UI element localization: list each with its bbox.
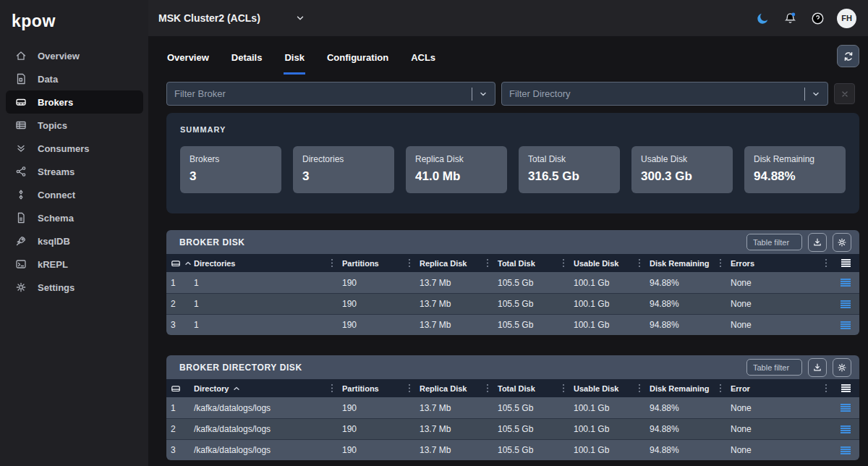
column-header-directories[interactable]: Directories (194, 254, 342, 272)
cell-replica-disk: 13.7 Mb (420, 278, 498, 288)
stat-value: 41.0 Mb (415, 169, 498, 184)
help-icon[interactable] (809, 10, 825, 26)
column-menu-icon[interactable] (639, 384, 640, 386)
column-menu-icon[interactable] (487, 259, 488, 260)
column-header-partitions[interactable]: Partitions (342, 379, 420, 397)
row-menu-icon[interactable] (841, 279, 851, 287)
avatar[interactable]: FH (837, 9, 856, 28)
column-menu-icon[interactable] (825, 259, 827, 260)
column-header-broker[interactable] (166, 379, 194, 397)
sidebar-item-streams[interactable]: Streams (6, 160, 143, 183)
directory-filter-select[interactable] (501, 82, 828, 106)
sidebar-item-ksqldb[interactable]: ksqlDB (6, 229, 143, 253)
cell-total-disk: 105.5 Gb (498, 278, 574, 288)
table-settings-button[interactable] (833, 358, 851, 377)
row-menu-icon[interactable] (841, 404, 851, 412)
directory-filter-input[interactable] (502, 88, 804, 99)
broker-directory-disk-table: BROKER DIRECTORY DISK Directory (166, 355, 859, 460)
stat-value: 3 (302, 169, 385, 184)
tab-overview[interactable]: Overview (166, 38, 210, 75)
cell-directory: /kafka/datalogs/logs (194, 403, 342, 413)
tab-details[interactable]: Details (231, 38, 263, 75)
column-header-directory[interactable]: Directory (194, 379, 342, 397)
column-menu-icon[interactable] (409, 384, 410, 386)
column-menu-icon[interactable] (487, 384, 488, 386)
column-header-errors[interactable]: Errors (731, 254, 823, 272)
cell-total-disk: 105.5 Gb (498, 299, 574, 309)
cell-errors: None (731, 320, 823, 330)
column-header-usable-disk[interactable]: Usable Disk (574, 379, 650, 397)
table-settings-button[interactable] (833, 233, 851, 252)
chevron-down-icon[interactable] (478, 89, 488, 99)
row-menu-icon[interactable] (841, 300, 851, 308)
column-header-disk-remaining[interactable]: Disk Remaining (650, 254, 731, 272)
sidebar-item-settings[interactable]: Settings (6, 276, 143, 299)
sidebar-item-brokers[interactable]: Brokers (6, 90, 143, 114)
column-menu-icon[interactable] (639, 259, 640, 260)
column-label: Replica Disk (420, 384, 467, 393)
column-header-replica-disk[interactable]: Replica Disk (420, 254, 498, 272)
column-menu-icon[interactable] (563, 384, 564, 386)
kpow-logo[interactable]: kpow (0, 0, 148, 44)
tab-disk[interactable]: Disk (284, 38, 305, 75)
column-menu-icon[interactable] (720, 384, 721, 386)
column-header-replica-disk[interactable]: Replica Disk (420, 379, 498, 397)
sidebar-nav: Overview Data Brokers Topics Consumers S… (0, 44, 148, 299)
row-menu-icon[interactable] (841, 321, 851, 329)
column-header-broker[interactable] (166, 254, 194, 272)
sidebar-item-krepl[interactable]: kREPL (6, 253, 143, 276)
row-menu-icon[interactable] (841, 425, 851, 433)
column-menu-icon[interactable] (331, 259, 333, 260)
sidebar-item-label: Connect (38, 190, 75, 200)
x-icon (840, 89, 850, 99)
column-menu-icon[interactable] (825, 384, 827, 386)
column-menu-icon[interactable] (720, 259, 721, 260)
gear-icon (15, 281, 27, 293)
table-menu-icon[interactable] (841, 259, 851, 267)
sidebar-item-topics[interactable]: Topics (6, 114, 143, 137)
column-header-usable-disk[interactable]: Usable Disk (574, 254, 650, 272)
column-header-partitions[interactable]: Partitions (342, 254, 420, 272)
cell-directory: /kafka/datalogs/logs (194, 424, 342, 434)
broker-disk-table: BROKER DISK Directories Partitions Repli… (166, 230, 859, 335)
column-header-menu[interactable] (823, 254, 859, 272)
column-label: Usable Disk (574, 384, 618, 393)
tab-acls[interactable]: ACLs (410, 38, 436, 75)
download-button[interactable] (808, 358, 827, 377)
column-header-error[interactable]: Error (731, 379, 823, 397)
broker-filter-input[interactable] (167, 88, 472, 99)
column-label: Total Disk (498, 259, 535, 268)
row-menu-icon[interactable] (841, 446, 851, 454)
bell-icon[interactable] (782, 10, 798, 26)
sidebar-item-schema[interactable]: Schema (6, 206, 143, 229)
broker-filter-select[interactable] (166, 82, 495, 106)
sidebar-item-overview[interactable]: Overview (6, 44, 143, 67)
column-header-total-disk[interactable]: Total Disk (498, 254, 574, 272)
stat-label: Usable Disk (641, 154, 723, 164)
column-menu-icon[interactable] (563, 259, 564, 260)
cluster-selector[interactable]: MSK Cluster2 (ACLs) (148, 12, 315, 24)
cell-disk-remaining: 94.88% (650, 445, 731, 455)
sidebar-item-data[interactable]: Data (6, 67, 143, 90)
sidebar-item-consumers[interactable]: Consumers (6, 137, 143, 160)
refresh-button[interactable] (837, 45, 859, 67)
table-toolbar (746, 233, 851, 252)
column-header-total-disk[interactable]: Total Disk (498, 379, 574, 397)
column-menu-icon[interactable] (331, 384, 333, 386)
column-header-disk-remaining[interactable]: Disk Remaining (650, 379, 731, 397)
table-menu-icon[interactable] (841, 384, 851, 392)
column-menu-icon[interactable] (409, 259, 410, 260)
column-label: Partitions (342, 259, 379, 268)
moon-icon[interactable] (754, 10, 770, 26)
tab-configuration[interactable]: Configuration (326, 38, 389, 75)
column-label: Errors (731, 259, 754, 268)
column-header-menu[interactable] (823, 379, 859, 397)
download-button[interactable] (808, 233, 827, 252)
chevron-down-icon[interactable] (811, 89, 821, 99)
table-filter-input[interactable] (746, 234, 802, 250)
table-filter-input[interactable] (746, 359, 802, 376)
clear-filters-button[interactable] (834, 83, 855, 104)
column-label: Disk Remaining (650, 384, 710, 393)
column-label: Error (731, 384, 750, 393)
sidebar-item-connect[interactable]: Connect (6, 183, 143, 206)
